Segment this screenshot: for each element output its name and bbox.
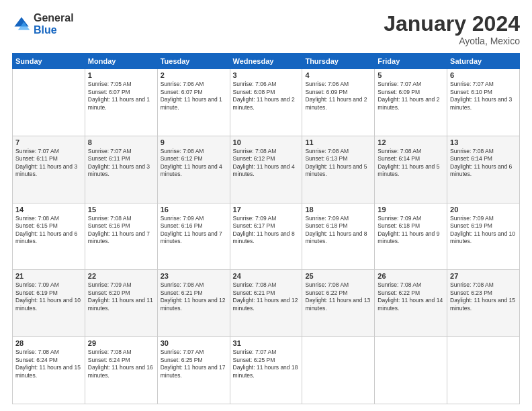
day-info: Sunrise: 7:08 AMSunset: 6:12 PMDaylight:… bbox=[161, 148, 227, 179]
day-info: Sunrise: 7:06 AMSunset: 6:08 PMDaylight:… bbox=[233, 81, 300, 111]
calendar-cell: 13Sunrise: 7:08 AMSunset: 6:14 PMDayligh… bbox=[447, 136, 520, 203]
day-number: 3 bbox=[233, 71, 300, 79]
day-info: Sunrise: 7:05 AMSunset: 6:07 PMDaylight:… bbox=[88, 81, 154, 111]
col-header-wednesday: Wednesday bbox=[230, 54, 302, 69]
day-info: Sunrise: 7:08 AMSunset: 6:12 PMDaylight:… bbox=[233, 148, 300, 179]
day-info: Sunrise: 7:07 AMSunset: 6:25 PMDaylight:… bbox=[161, 349, 227, 379]
calendar-cell: 22Sunrise: 7:09 AMSunset: 6:20 PMDayligh… bbox=[85, 270, 157, 337]
calendar-cell bbox=[447, 337, 520, 404]
title-block: January 2024 Ayotla, Mexico bbox=[384, 12, 520, 46]
calendar-cell: 10Sunrise: 7:08 AMSunset: 6:12 PMDayligh… bbox=[230, 136, 302, 203]
day-info: Sunrise: 7:09 AMSunset: 6:18 PMDaylight:… bbox=[305, 215, 371, 246]
day-number: 28 bbox=[15, 339, 82, 347]
day-info: Sunrise: 7:08 AMSunset: 6:24 PMDaylight:… bbox=[88, 349, 154, 379]
calendar-cell bbox=[375, 337, 447, 404]
day-number: 12 bbox=[378, 138, 444, 146]
calendar-cell: 18Sunrise: 7:09 AMSunset: 6:18 PMDayligh… bbox=[302, 203, 375, 270]
day-info: Sunrise: 7:08 AMSunset: 6:13 PMDaylight:… bbox=[305, 148, 371, 179]
day-info: Sunrise: 7:08 AMSunset: 6:22 PMDaylight:… bbox=[305, 281, 371, 312]
calendar-cell: 15Sunrise: 7:08 AMSunset: 6:16 PMDayligh… bbox=[85, 203, 157, 270]
day-info: Sunrise: 7:09 AMSunset: 6:18 PMDaylight:… bbox=[378, 215, 444, 246]
day-info: Sunrise: 7:09 AMSunset: 6:16 PMDaylight:… bbox=[161, 215, 227, 246]
calendar-cell: 23Sunrise: 7:08 AMSunset: 6:21 PMDayligh… bbox=[157, 270, 230, 337]
day-number: 6 bbox=[450, 71, 517, 79]
day-info: Sunrise: 7:07 AMSunset: 6:11 PMDaylight:… bbox=[15, 148, 82, 179]
calendar-cell: 20Sunrise: 7:09 AMSunset: 6:19 PMDayligh… bbox=[447, 203, 520, 270]
col-header-monday: Monday bbox=[85, 54, 157, 69]
day-number: 14 bbox=[15, 205, 82, 214]
day-number: 7 bbox=[15, 138, 82, 146]
col-header-tuesday: Tuesday bbox=[157, 54, 230, 69]
logo-icon bbox=[12, 15, 31, 34]
day-info: Sunrise: 7:08 AMSunset: 6:23 PMDaylight:… bbox=[450, 281, 517, 312]
day-number: 26 bbox=[378, 272, 444, 280]
week-row-1: 7Sunrise: 7:07 AMSunset: 6:11 PMDaylight… bbox=[13, 136, 520, 203]
week-row-3: 21Sunrise: 7:09 AMSunset: 6:19 PMDayligh… bbox=[13, 270, 520, 337]
day-number: 20 bbox=[450, 205, 517, 214]
day-info: Sunrise: 7:08 AMSunset: 6:21 PMDaylight:… bbox=[233, 281, 300, 312]
subtitle: Ayotla, Mexico bbox=[384, 36, 520, 46]
day-number: 4 bbox=[305, 71, 371, 79]
calendar-cell: 31Sunrise: 7:07 AMSunset: 6:25 PMDayligh… bbox=[230, 337, 302, 404]
day-number: 16 bbox=[161, 205, 227, 214]
week-row-4: 28Sunrise: 7:08 AMSunset: 6:24 PMDayligh… bbox=[13, 337, 520, 404]
day-info: Sunrise: 7:08 AMSunset: 6:14 PMDaylight:… bbox=[378, 148, 444, 179]
day-number: 5 bbox=[378, 71, 444, 79]
calendar-cell: 24Sunrise: 7:08 AMSunset: 6:21 PMDayligh… bbox=[230, 270, 302, 337]
col-header-sunday: Sunday bbox=[13, 54, 85, 69]
calendar-cell bbox=[13, 69, 85, 136]
logo: General Blue bbox=[12, 12, 74, 36]
day-info: Sunrise: 7:07 AMSunset: 6:09 PMDaylight:… bbox=[378, 81, 444, 111]
col-header-saturday: Saturday bbox=[447, 54, 520, 69]
day-info: Sunrise: 7:08 AMSunset: 6:14 PMDaylight:… bbox=[450, 148, 517, 179]
day-number: 31 bbox=[233, 339, 300, 347]
day-info: Sunrise: 7:08 AMSunset: 6:22 PMDaylight:… bbox=[378, 281, 444, 312]
calendar: SundayMondayTuesdayWednesdayThursdayFrid… bbox=[12, 53, 520, 404]
calendar-cell: 5Sunrise: 7:07 AMSunset: 6:09 PMDaylight… bbox=[375, 69, 447, 136]
day-number: 29 bbox=[88, 339, 154, 347]
day-number: 30 bbox=[161, 339, 227, 347]
calendar-cell: 4Sunrise: 7:06 AMSunset: 6:09 PMDaylight… bbox=[302, 69, 375, 136]
day-info: Sunrise: 7:09 AMSunset: 6:19 PMDaylight:… bbox=[450, 215, 517, 246]
day-info: Sunrise: 7:07 AMSunset: 6:11 PMDaylight:… bbox=[88, 148, 154, 179]
logo-general-text: General bbox=[34, 12, 74, 24]
calendar-cell bbox=[302, 337, 375, 404]
calendar-cell: 21Sunrise: 7:09 AMSunset: 6:19 PMDayligh… bbox=[13, 270, 85, 337]
day-number: 24 bbox=[233, 272, 300, 280]
calendar-cell: 29Sunrise: 7:08 AMSunset: 6:24 PMDayligh… bbox=[85, 337, 157, 404]
header-row: SundayMondayTuesdayWednesdayThursdayFrid… bbox=[13, 54, 520, 69]
calendar-cell: 8Sunrise: 7:07 AMSunset: 6:11 PMDaylight… bbox=[85, 136, 157, 203]
calendar-cell: 14Sunrise: 7:08 AMSunset: 6:15 PMDayligh… bbox=[13, 203, 85, 270]
day-number: 9 bbox=[161, 138, 227, 146]
calendar-cell: 25Sunrise: 7:08 AMSunset: 6:22 PMDayligh… bbox=[302, 270, 375, 337]
calendar-cell: 1Sunrise: 7:05 AMSunset: 6:07 PMDaylight… bbox=[85, 69, 157, 136]
day-number: 1 bbox=[88, 71, 154, 79]
logo-blue-text: Blue bbox=[34, 24, 74, 36]
calendar-cell: 17Sunrise: 7:09 AMSunset: 6:17 PMDayligh… bbox=[230, 203, 302, 270]
logo-text: General Blue bbox=[34, 12, 74, 36]
calendar-cell: 28Sunrise: 7:08 AMSunset: 6:24 PMDayligh… bbox=[13, 337, 85, 404]
calendar-cell: 9Sunrise: 7:08 AMSunset: 6:12 PMDaylight… bbox=[157, 136, 230, 203]
day-info: Sunrise: 7:07 AMSunset: 6:25 PMDaylight:… bbox=[233, 349, 300, 379]
day-number: 8 bbox=[88, 138, 154, 146]
day-number: 10 bbox=[233, 138, 300, 146]
col-header-friday: Friday bbox=[375, 54, 447, 69]
day-number: 18 bbox=[305, 205, 371, 214]
calendar-cell: 30Sunrise: 7:07 AMSunset: 6:25 PMDayligh… bbox=[157, 337, 230, 404]
day-info: Sunrise: 7:09 AMSunset: 6:19 PMDaylight:… bbox=[15, 281, 82, 312]
page: General Blue January 2024 Ayotla, Mexico… bbox=[0, 0, 532, 411]
day-number: 27 bbox=[450, 272, 517, 280]
calendar-cell: 16Sunrise: 7:09 AMSunset: 6:16 PMDayligh… bbox=[157, 203, 230, 270]
day-number: 17 bbox=[233, 205, 300, 214]
calendar-cell: 3Sunrise: 7:06 AMSunset: 6:08 PMDaylight… bbox=[230, 69, 302, 136]
col-header-thursday: Thursday bbox=[302, 54, 375, 69]
calendar-cell: 6Sunrise: 7:07 AMSunset: 6:10 PMDaylight… bbox=[447, 69, 520, 136]
day-info: Sunrise: 7:08 AMSunset: 6:16 PMDaylight:… bbox=[88, 215, 154, 246]
day-info: Sunrise: 7:08 AMSunset: 6:15 PMDaylight:… bbox=[15, 215, 82, 246]
day-info: Sunrise: 7:06 AMSunset: 6:09 PMDaylight:… bbox=[305, 81, 371, 111]
day-number: 15 bbox=[88, 205, 154, 214]
day-info: Sunrise: 7:06 AMSunset: 6:07 PMDaylight:… bbox=[161, 81, 227, 111]
calendar-cell: 27Sunrise: 7:08 AMSunset: 6:23 PMDayligh… bbox=[447, 270, 520, 337]
day-info: Sunrise: 7:08 AMSunset: 6:24 PMDaylight:… bbox=[15, 349, 82, 379]
day-number: 25 bbox=[305, 272, 371, 280]
